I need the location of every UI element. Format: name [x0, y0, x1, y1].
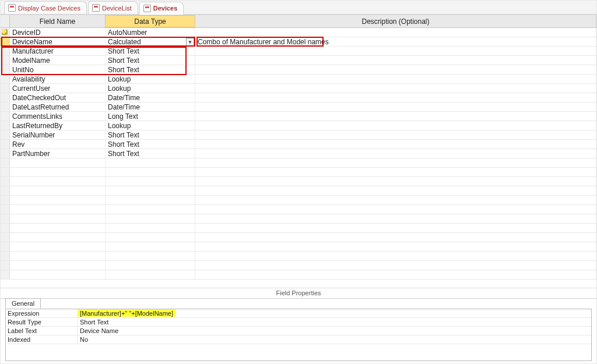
properties-tab-general[interactable]: General [5, 298, 41, 309]
table-row[interactable]: ManufacturerShort Text [1, 47, 596, 56]
table-row[interactable]: DateLastReturnedDate/Time [1, 103, 596, 112]
column-header-field-name[interactable]: Field Name [10, 15, 106, 27]
row-selector[interactable] [1, 149, 10, 158]
table-row[interactable]: LastReturnedByLookup [1, 121, 596, 130]
description-cell[interactable] [195, 261, 596, 270]
row-selector[interactable] [1, 196, 10, 204]
data-type-cell[interactable]: Lookup [106, 84, 195, 93]
data-type-cell[interactable] [106, 252, 195, 260]
description-cell[interactable] [195, 242, 596, 251]
data-type-cell[interactable] [106, 214, 195, 223]
field-name-cell[interactable]: DateLastReturned [10, 103, 106, 111]
data-type-cell[interactable]: Short Text [106, 130, 195, 139]
row-selector[interactable] [1, 186, 10, 195]
table-row[interactable] [1, 177, 596, 186]
field-name-cell[interactable] [10, 224, 106, 232]
description-cell[interactable] [195, 149, 596, 158]
description-cell[interactable] [195, 103, 596, 111]
description-cell[interactable] [195, 158, 596, 167]
field-name-cell[interactable] [10, 168, 106, 176]
data-type-cell[interactable]: Short Text [106, 56, 195, 65]
table-row[interactable] [1, 242, 596, 252]
column-header-data-type[interactable]: Data Type [106, 15, 195, 27]
description-cell[interactable] [195, 205, 596, 214]
table-row[interactable] [1, 214, 596, 224]
table-row[interactable]: SerialNumberShort Text [1, 130, 596, 140]
row-selector[interactable] [1, 177, 10, 186]
description-cell[interactable] [195, 75, 596, 83]
description-cell[interactable] [195, 186, 596, 195]
table-row[interactable]: RevShort Text [1, 140, 596, 149]
data-type-cell[interactable]: Long Text [106, 112, 195, 121]
description-cell[interactable]: Combo of Manufacturer and Model names [195, 37, 596, 46]
data-type-cell[interactable] [106, 233, 195, 242]
field-name-cell[interactable]: CommentsLinks [10, 112, 106, 121]
row-selector[interactable] [1, 112, 10, 121]
field-name-cell[interactable] [10, 252, 106, 260]
field-name-cell[interactable]: SerialNumber [10, 130, 106, 139]
field-name-cell[interactable]: DateCheckedOut [10, 93, 106, 102]
tab-devicelist[interactable]: DeviceList [88, 1, 138, 14]
row-selector[interactable] [1, 224, 10, 232]
data-type-cell[interactable]: Short Text [106, 149, 195, 158]
description-cell[interactable] [195, 93, 596, 102]
table-row[interactable]: CommentsLinksLong Text [1, 112, 596, 121]
data-type-cell[interactable]: Date/Time [106, 103, 195, 111]
row-selector[interactable] [1, 252, 10, 260]
field-name-cell[interactable] [10, 205, 106, 214]
description-cell[interactable] [195, 140, 596, 149]
description-cell[interactable] [195, 233, 596, 242]
description-cell[interactable] [195, 65, 596, 74]
field-name-cell[interactable]: Manufacturer [10, 47, 106, 55]
table-row[interactable]: PartNumberShort Text [1, 149, 596, 158]
field-name-cell[interactable] [10, 233, 106, 242]
table-row[interactable] [1, 205, 596, 214]
description-cell[interactable] [195, 121, 596, 130]
data-type-cell[interactable]: AutoNumber [106, 28, 195, 37]
data-type-cell[interactable]: Calculated▼ [106, 37, 195, 46]
data-type-cell[interactable] [106, 186, 195, 195]
field-name-cell[interactable] [10, 177, 106, 186]
data-type-cell[interactable] [106, 205, 195, 214]
field-name-cell[interactable]: DeviceName [10, 37, 106, 46]
data-type-dropdown-button[interactable]: ▼ [186, 38, 194, 46]
property-value[interactable]: No [78, 335, 591, 344]
data-type-cell[interactable] [106, 270, 195, 279]
field-name-cell[interactable] [10, 270, 106, 279]
table-row[interactable] [1, 270, 596, 280]
table-row[interactable] [1, 158, 596, 168]
table-row[interactable] [1, 186, 596, 196]
data-type-cell[interactable] [106, 168, 195, 176]
primary-key-icon[interactable] [1, 28, 10, 37]
row-selector[interactable] [1, 261, 10, 270]
description-cell[interactable] [195, 177, 596, 186]
row-selector[interactable] [1, 205, 10, 214]
description-cell[interactable] [195, 47, 596, 55]
row-selector[interactable] [1, 47, 10, 55]
row-selector[interactable] [1, 233, 10, 242]
table-row[interactable]: UnitNoShort Text [1, 65, 596, 75]
row-selector[interactable] [1, 121, 10, 130]
row-selector[interactable] [1, 158, 10, 167]
table-row[interactable] [1, 224, 596, 233]
field-name-cell[interactable]: PartNumber [10, 149, 106, 158]
field-name-cell[interactable] [10, 261, 106, 270]
data-type-cell[interactable] [106, 196, 195, 204]
table-row[interactable]: AvailabilityLookup [1, 75, 596, 84]
field-name-cell[interactable]: LastReturnedBy [10, 121, 106, 130]
field-name-cell[interactable] [10, 242, 106, 251]
property-row[interactable]: Label TextDevice Name [6, 327, 591, 335]
table-row[interactable] [1, 196, 596, 205]
data-type-cell[interactable]: Lookup [106, 75, 195, 83]
description-cell[interactable] [195, 56, 596, 65]
row-selector[interactable] [1, 93, 10, 102]
data-type-cell[interactable]: Short Text [106, 140, 195, 149]
table-row[interactable] [1, 252, 596, 261]
row-selector[interactable] [1, 130, 10, 139]
data-type-cell[interactable] [106, 177, 195, 186]
property-row[interactable]: Result TypeShort Text [6, 318, 591, 327]
data-type-cell[interactable]: Short Text [106, 65, 195, 74]
table-row[interactable] [1, 233, 596, 242]
row-selector[interactable] [1, 242, 10, 251]
field-name-cell[interactable] [10, 186, 106, 195]
